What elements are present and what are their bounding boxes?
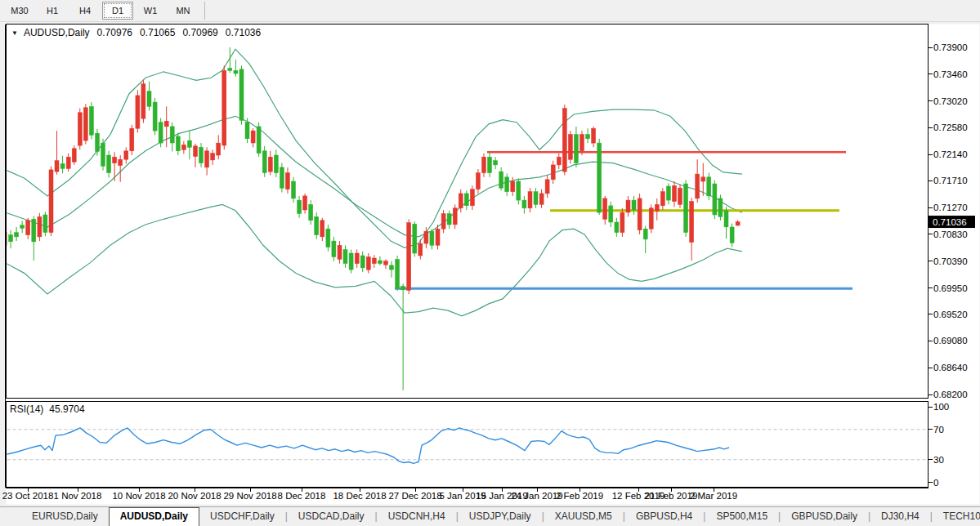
svg-text:0.72580: 0.72580 xyxy=(933,123,968,132)
chart-title: ▼ AUDUSD,Daily 0.70976 0.71065 0.70969 0… xyxy=(11,27,261,38)
ohlc-open: 0.70976 xyxy=(97,27,132,38)
svg-text:18 Dec 2018: 18 Dec 2018 xyxy=(333,491,386,501)
chart-tab-eurusd-daily[interactable]: EURUSD,Daily xyxy=(21,507,109,526)
ohlc-high: 0.71065 xyxy=(140,27,175,38)
chart-tab-xauusd-m5[interactable]: XAUUSD,M5 xyxy=(544,507,623,526)
svg-text:0.68200: 0.68200 xyxy=(933,390,968,399)
svg-text:0.71270: 0.71270 xyxy=(933,203,968,212)
svg-text:1 Nov 2018: 1 Nov 2018 xyxy=(54,491,102,501)
svg-text:0.73900: 0.73900 xyxy=(933,42,968,52)
svg-text:0.73020: 0.73020 xyxy=(933,96,968,106)
svg-text:27 Dec 2018: 27 Dec 2018 xyxy=(388,491,441,501)
symbol-tab-bar: EURUSD,DailyAUDUSD,DailyUSDCHF,Daily|USD… xyxy=(0,506,980,526)
svg-text:0.70390: 0.70390 xyxy=(933,256,968,266)
chart-tab-usdchf-daily[interactable]: USDCHF,Daily xyxy=(199,507,285,526)
chart-tab-gbpusd-daily[interactable]: GBPUSD,Daily xyxy=(781,507,868,526)
symbol-title: AUDUSD,Daily xyxy=(24,27,90,38)
svg-text:0: 0 xyxy=(933,478,938,488)
ohlc-low: 0.70969 xyxy=(182,27,217,38)
svg-text:70: 70 xyxy=(933,425,944,435)
svg-text:0.71710: 0.71710 xyxy=(933,176,968,185)
svg-text:0.68640: 0.68640 xyxy=(933,363,968,372)
svg-text:0.72140: 0.72140 xyxy=(933,149,968,159)
svg-text:100: 100 xyxy=(933,402,949,412)
svg-text:0.69080: 0.69080 xyxy=(933,336,968,345)
svg-text:0.69950: 0.69950 xyxy=(933,283,968,293)
chart-tab-audusd-daily[interactable]: AUDUSD,Daily xyxy=(109,507,199,526)
rsi-indicator-label: RSI(14) 45.9704 xyxy=(10,403,85,415)
rsi-name: RSI(14) xyxy=(10,403,43,415)
svg-text:20 Nov 2018: 20 Nov 2018 xyxy=(168,491,221,501)
chart-tab-usdcnh-h4[interactable]: USDCNH,H4 xyxy=(378,507,456,526)
svg-text:30: 30 xyxy=(933,455,944,465)
chart-tab-gbpusd-h4[interactable]: GBPUSD,H4 xyxy=(625,507,703,526)
rsi-value: 45.9704 xyxy=(49,403,84,415)
svg-text:0.70830: 0.70830 xyxy=(933,230,968,239)
chart-tab-sp500-m15[interactable]: SP500,M15 xyxy=(705,507,778,526)
chart-tab-usdjpy-daily[interactable]: USDJPY,Daily xyxy=(459,507,542,526)
ohlc-close: 0.71036 xyxy=(226,27,261,38)
svg-text:10 Nov 2018: 10 Nov 2018 xyxy=(112,491,165,501)
svg-text:0.69520: 0.69520 xyxy=(933,310,968,319)
svg-text:0.71036: 0.71036 xyxy=(933,217,967,227)
svg-text:2 Mar 2019: 2 Mar 2019 xyxy=(690,491,737,501)
collapse-marker-icon[interactable]: ▼ xyxy=(11,29,18,37)
chart-tab-usdcad-daily[interactable]: USDCAD,Daily xyxy=(288,507,375,526)
svg-text:2 Feb 2019: 2 Feb 2019 xyxy=(556,491,603,501)
chart-tab-dj30-h4[interactable]: DJ30,H4 xyxy=(870,507,930,526)
chart-tab-tech100-h1[interactable]: TECH100,H1 xyxy=(933,507,980,526)
svg-text:23 Oct 2018: 23 Oct 2018 xyxy=(2,491,54,501)
chart-area[interactable]: 0.739000.734600.730200.725800.721400.717… xyxy=(0,0,980,526)
svg-text:8 Dec 2018: 8 Dec 2018 xyxy=(278,491,326,501)
svg-text:0.73460: 0.73460 xyxy=(933,69,968,79)
svg-text:29 Nov 2018: 29 Nov 2018 xyxy=(223,491,276,501)
